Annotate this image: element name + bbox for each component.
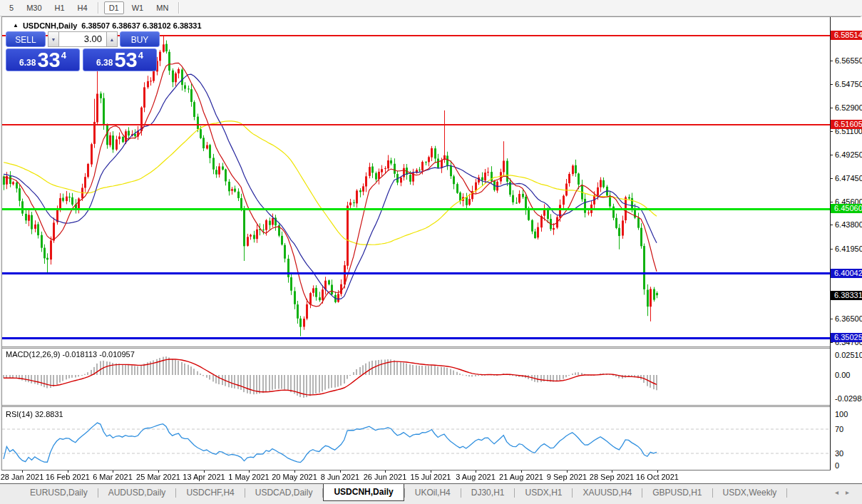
tick-mark [830, 108, 833, 108]
price-badge: 6.38331 [831, 291, 862, 300]
tick-mark [830, 178, 833, 179]
tick-mark [830, 61, 833, 61]
indicator-axis-label: 30 [835, 450, 843, 458]
timeframe-button-5[interactable]: 5 [4, 1, 19, 14]
symbol-tab-eurusd[interactable]: EURUSD,Daily [20, 485, 98, 500]
date-label: 28 Jan 2021 [1, 473, 44, 481]
price-tick-label: 6.41950 [831, 245, 862, 253]
sell-price-big: 33 [37, 50, 60, 70]
price-tick-label: 6.56550 [831, 57, 862, 65]
collapse-icon[interactable]: ▲ [13, 23, 19, 29]
date-label: 13 Apr 2021 [183, 473, 225, 481]
indicator-axis-label: 100 [835, 411, 848, 418]
rsi-label: RSI(14) 32.8831 [6, 410, 63, 418]
chart-ohlc-values: 6.38507 6.38637 6.38102 6.38331 [81, 21, 201, 30]
symbol-tab-xauusd[interactable]: XAUUSD,H4 [573, 485, 642, 500]
pane-splitter[interactable] [2, 405, 830, 407]
symbol-tab-usdx[interactable]: USDX,Weekly [713, 485, 787, 500]
tabs-scroll-left-icon[interactable]: ◂ [835, 488, 846, 496]
symbol-tab-usdchf[interactable]: USDCHF,H4 [176, 485, 244, 500]
price-badge: 6.40042 [831, 269, 862, 278]
symbol-tab-usdcad[interactable]: USDCAD,Daily [245, 485, 323, 500]
one-click-trading-panel: SELL ▼ 3.00 ▲ BUY 6.38334 6.38534 [6, 31, 160, 71]
date-label: 3 Aug 2021 [456, 473, 496, 481]
timeframe-button-m30[interactable]: M30 [21, 1, 46, 14]
price-badge: 6.35025 [831, 333, 862, 342]
price-tick-label: 6.49250 [831, 151, 862, 159]
date-label: 28 Sep 2021 [590, 473, 634, 481]
date-label: 8 Jun 2021 [321, 473, 359, 481]
date-label: 21 Aug 2021 [499, 473, 543, 481]
timeframe-button-mn[interactable]: MN [151, 1, 173, 14]
timeframe-button-h4[interactable]: H4 [73, 1, 93, 14]
buy-price-sup: 4 [138, 50, 143, 61]
date-label: 6 Mar 2021 [93, 473, 133, 481]
volume-increase-button[interactable]: ▲ [106, 31, 118, 47]
date-label: 1 May 2021 [228, 473, 269, 481]
trading-terminal-window: 5M30H1H4D1W1MN ▲ USDCNH,Daily 6.38507 6.… [0, 0, 862, 504]
symbol-tab-dj30[interactable]: DJ30,H1 [461, 485, 515, 500]
buy-price-big: 53 [114, 50, 137, 70]
sell-price-sup: 4 [61, 50, 66, 61]
symbol-tab-ukoil[interactable]: UKOil,H4 [405, 485, 461, 500]
volume-decrease-button[interactable]: ▼ [48, 31, 59, 47]
date-axis: 28 Jan 202116 Feb 20216 Mar 202125 Mar 2… [0, 470, 862, 483]
tick-mark [830, 249, 833, 250]
tick-mark [830, 131, 833, 132]
tick-mark [830, 84, 833, 85]
date-label: 15 Jul 2021 [411, 473, 451, 481]
price-badge: 6.51605 [831, 120, 862, 129]
sell-button[interactable]: SELL [6, 31, 46, 47]
timeframe-button-w1[interactable]: W1 [127, 1, 149, 14]
price-tick-label: 6.47450 [831, 175, 862, 182]
tick-mark [830, 319, 833, 319]
date-label: 16 Oct 2021 [636, 473, 679, 481]
buy-button[interactable]: BUY [120, 31, 160, 47]
indicator-axis-label: 0.00 [835, 371, 850, 379]
chart-tab-bar: EURUSD,DailyAUDUSD,DailyUSDCHF,H4USDCAD,… [0, 483, 862, 504]
date-label: 20 May 2021 [272, 473, 317, 481]
buy-price-prefix: 6.38 [96, 58, 113, 68]
volume-input[interactable]: 3.00 [59, 31, 106, 47]
tab-navigation: ◂▸ [835, 488, 856, 496]
date-label: 26 Jun 2021 [364, 473, 407, 481]
date-label: 9 Sep 2021 [547, 473, 587, 481]
sell-price-prefix: 6.38 [19, 58, 36, 68]
tick-mark [830, 225, 833, 225]
buy-price-display[interactable]: 6.38534 [83, 48, 157, 71]
indicator-axis-label: -0.029881 [835, 395, 862, 403]
tick-mark [830, 155, 833, 155]
sell-price-display[interactable]: 6.38334 [6, 48, 80, 71]
macd-label: MACD(12,26,9) -0.018113 -0.010957 [6, 350, 135, 359]
pane-splitter[interactable] [2, 346, 830, 349]
date-label: 16 Feb 2021 [46, 473, 90, 481]
price-badge: 6.58514 [831, 31, 862, 40]
chart-tabs: EURUSD,DailyAUDUSD,DailyUSDCHF,H4USDCAD,… [20, 484, 787, 501]
indicator-axis-label: 70 [835, 426, 843, 433]
indicator-axis-label: 0 [835, 462, 839, 470]
timeframe-button-d1[interactable]: D1 [104, 1, 124, 14]
toolbar-separator [98, 2, 99, 14]
symbol-tab-gbpusd[interactable]: GBPUSD,H1 [642, 485, 712, 500]
symbol-tab-usdx[interactable]: USDX,H1 [515, 485, 572, 500]
spinner-up-icon: ▲ [110, 37, 115, 42]
tabs-scroll-right-icon[interactable]: ▸ [846, 488, 856, 496]
chart-title: ▲ USDCNH,Daily 6.38507 6.38637 6.38102 6… [13, 21, 202, 31]
symbol-tab-audusd[interactable]: AUDUSD,Daily [98, 485, 176, 500]
price-badge: 6.45060 [831, 204, 862, 213]
timeframe-toolbar: 5M30H1H4D1W1MN [0, 0, 862, 16]
timeframe-button-h1[interactable]: H1 [50, 1, 70, 14]
volume-control: ▼ 3.00 ▲ [48, 31, 118, 47]
toolbar-separator [178, 2, 180, 14]
date-label: 25 Mar 2021 [136, 473, 180, 481]
spinner-down-icon: ▼ [51, 37, 56, 42]
price-tick-label: 6.54750 [831, 81, 862, 88]
price-tick-label: 6.43800 [831, 221, 862, 229]
price-tick-label: 6.52900 [831, 104, 862, 112]
indicator-axis-label: 0.025108 [835, 351, 862, 359]
chart-symbol-title: USDCNH,Daily [23, 21, 77, 30]
rsi-indicator-pane[interactable] [2, 407, 830, 469]
price-tick-label: 6.36500 [831, 315, 862, 323]
symbol-tab-usdcnh[interactable]: USDCNH,Daily [323, 484, 404, 501]
tick-mark [830, 202, 833, 202]
